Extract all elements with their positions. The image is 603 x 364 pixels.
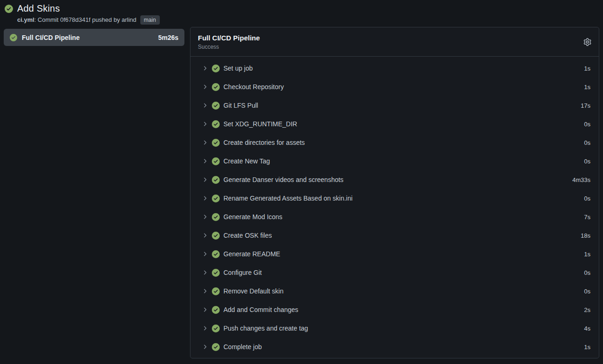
step-duration: 17s bbox=[581, 102, 590, 109]
step-status-check-circle-icon bbox=[212, 232, 220, 240]
step-duration: 0s bbox=[584, 195, 590, 202]
step-row[interactable]: Configure Git 0s bbox=[190, 263, 599, 282]
job-settings-button[interactable] bbox=[583, 38, 591, 46]
step-row[interactable]: Create OSK files 18s bbox=[190, 226, 599, 245]
step-duration: 0s bbox=[584, 288, 590, 295]
panel-status-text: Success bbox=[198, 44, 260, 50]
step-name: Create OSK files bbox=[223, 232, 272, 239]
step-duration: 0s bbox=[584, 158, 590, 165]
step-row[interactable]: Rename Generated Assets Based on skin.in… bbox=[190, 189, 599, 208]
step-row[interactable]: Checkout Repository 1s bbox=[190, 78, 599, 96]
step-status-check-circle-icon bbox=[212, 343, 220, 351]
step-duration: 1s bbox=[584, 84, 590, 91]
panel-title: Full CI/CD Pipeline bbox=[198, 33, 260, 42]
chevron-right-icon[interactable] bbox=[202, 84, 208, 90]
chevron-right-icon[interactable] bbox=[202, 251, 208, 257]
job-status-check-circle-icon bbox=[10, 34, 17, 41]
run-header-text: Add Skins ci.yml: Commit 0f678d341f push… bbox=[17, 3, 160, 25]
chevron-right-icon[interactable] bbox=[202, 269, 208, 276]
step-name: Add and Commit changes bbox=[223, 306, 298, 313]
step-name: Checkout Repository bbox=[223, 83, 284, 91]
chevron-right-icon[interactable] bbox=[202, 306, 208, 313]
step-duration: 4s bbox=[584, 325, 590, 332]
step-row[interactable]: Generate Mod Icons 7s bbox=[190, 208, 599, 226]
chevron-right-icon[interactable] bbox=[202, 158, 208, 164]
step-name: Set XDG_RUNTIME_DIR bbox=[223, 120, 297, 128]
step-status-check-circle-icon bbox=[212, 250, 220, 258]
step-row[interactable]: Generate README 1s bbox=[190, 245, 599, 263]
step-row[interactable]: Set up job 1s bbox=[190, 59, 599, 78]
step-row[interactable]: Set XDG_RUNTIME_DIR 0s bbox=[190, 115, 599, 133]
step-name: Complete job bbox=[223, 343, 262, 351]
gear-icon bbox=[583, 40, 591, 47]
step-duration: 2s bbox=[584, 306, 590, 313]
chevron-right-icon[interactable] bbox=[202, 344, 208, 350]
step-row[interactable]: Push changes and create tag 4s bbox=[190, 319, 599, 338]
chevron-right-icon[interactable] bbox=[202, 139, 208, 146]
step-row[interactable]: Remove Default skin 0s bbox=[190, 282, 599, 300]
step-status-check-circle-icon bbox=[212, 195, 220, 202]
run-subtitle: ci.yml: Commit 0f678d341f pushed by arli… bbox=[17, 15, 160, 25]
step-duration: 1s bbox=[584, 65, 590, 72]
step-status-check-circle-icon bbox=[212, 306, 220, 314]
panel-header-text: Full CI/CD Pipeline Success bbox=[198, 33, 260, 50]
step-row[interactable]: Generate Danser videos and screenshots 4… bbox=[190, 170, 599, 189]
chevron-right-icon[interactable] bbox=[202, 195, 208, 202]
step-name: Generate Danser videos and screenshots bbox=[223, 176, 343, 183]
job-name: Full CI/CD Pipeline bbox=[22, 34, 153, 41]
step-status-check-circle-icon bbox=[212, 269, 220, 277]
branch-badge[interactable]: main bbox=[140, 15, 160, 25]
step-status-check-circle-icon bbox=[212, 139, 220, 147]
step-status-check-circle-icon bbox=[212, 120, 220, 128]
step-name: Push changes and create tag bbox=[223, 325, 308, 332]
commit-text: : Commit 0f678d341f pushed by arlind bbox=[34, 16, 137, 24]
step-duration: 1s bbox=[584, 344, 590, 351]
step-name: Set up job bbox=[223, 65, 253, 72]
step-row[interactable]: Create directories for assets 0s bbox=[190, 133, 599, 152]
step-duration: 7s bbox=[584, 214, 590, 221]
step-status-check-circle-icon bbox=[212, 157, 220, 165]
step-duration: 1s bbox=[584, 251, 590, 258]
step-name: Remove Default skin bbox=[223, 287, 283, 295]
panel-header: Full CI/CD Pipeline Success bbox=[190, 27, 599, 57]
workflow-file-name: ci.yml bbox=[17, 16, 34, 24]
step-name: Git LFS Pull bbox=[223, 102, 258, 109]
step-status-check-circle-icon bbox=[212, 102, 220, 110]
chevron-right-icon[interactable] bbox=[202, 65, 208, 72]
actions-run-page: Add Skins ci.yml: Commit 0f678d341f push… bbox=[0, 0, 603, 364]
run-title: Add Skins bbox=[17, 3, 160, 14]
steps-list: Set up job 1s Checkout Repository 1s bbox=[190, 57, 599, 356]
chevron-right-icon[interactable] bbox=[202, 325, 208, 332]
step-duration: 4m33s bbox=[572, 176, 590, 183]
sidebar-job-item-full-ci-cd-pipeline[interactable]: Full CI/CD Pipeline 5m26s bbox=[4, 29, 184, 46]
step-name: Generate Mod Icons bbox=[223, 213, 282, 221]
step-row[interactable]: Complete job 1s bbox=[190, 338, 599, 356]
step-status-check-circle-icon bbox=[212, 176, 220, 184]
step-row[interactable]: Git LFS Pull 17s bbox=[190, 96, 599, 115]
chevron-right-icon[interactable] bbox=[202, 288, 208, 294]
step-duration: 0s bbox=[584, 139, 590, 146]
step-duration: 0s bbox=[584, 269, 590, 276]
job-duration: 5m26s bbox=[158, 34, 178, 41]
step-name: Rename Generated Assets Based on skin.in… bbox=[223, 195, 353, 202]
chevron-right-icon[interactable] bbox=[202, 232, 208, 239]
step-status-check-circle-icon bbox=[212, 325, 220, 332]
step-duration: 18s bbox=[581, 232, 590, 239]
chevron-right-icon[interactable] bbox=[202, 214, 208, 220]
step-status-check-circle-icon bbox=[212, 213, 220, 221]
chevron-right-icon[interactable] bbox=[202, 102, 208, 109]
step-row[interactable]: Create New Tag 0s bbox=[190, 152, 599, 170]
step-name: Configure Git bbox=[223, 269, 262, 276]
step-row[interactable]: Add and Commit changes 2s bbox=[190, 300, 599, 319]
job-detail-panel: Full CI/CD Pipeline Success Se bbox=[190, 27, 599, 358]
step-status-check-circle-icon bbox=[212, 287, 220, 295]
step-name: Create New Tag bbox=[223, 157, 270, 165]
step-duration: 0s bbox=[584, 121, 590, 128]
run-header: Add Skins ci.yml: Commit 0f678d341f push… bbox=[5, 3, 160, 25]
step-name: Create directories for assets bbox=[223, 139, 305, 146]
step-name: Generate README bbox=[223, 250, 280, 258]
chevron-right-icon[interactable] bbox=[202, 176, 208, 183]
chevron-right-icon[interactable] bbox=[202, 121, 208, 127]
run-status-check-circle-icon bbox=[5, 5, 13, 25]
step-status-check-circle-icon bbox=[212, 65, 220, 72]
